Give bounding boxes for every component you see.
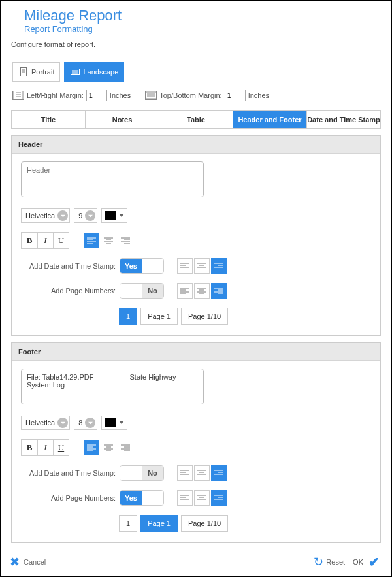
tab-datetime[interactable]: Date and Time Stamp xyxy=(307,111,380,128)
align-left-button[interactable] xyxy=(84,440,99,455)
toggle-no: No xyxy=(142,466,163,480)
pos-right-button[interactable] xyxy=(211,258,227,274)
portrait-button[interactable]: Portrait xyxy=(12,62,60,82)
header-color-dropdown[interactable] xyxy=(101,208,127,223)
svg-rect-8 xyxy=(13,91,24,100)
header-pages-pos xyxy=(177,283,227,299)
lr-margin-label: Left/Right Margin: xyxy=(27,91,84,99)
divider xyxy=(24,54,382,54)
underline-button[interactable]: U xyxy=(53,233,69,248)
tb-margin-label: Top/Bottom Margin: xyxy=(159,91,221,99)
lr-margin-input[interactable] xyxy=(86,90,107,101)
pos-center-button[interactable] xyxy=(194,283,210,299)
caret-down-icon xyxy=(119,421,124,425)
header-date-pos xyxy=(177,258,227,274)
reset-button[interactable]: Reset xyxy=(326,558,345,566)
tb-margin-input[interactable] xyxy=(225,90,246,101)
tab-bar: Title Notes Table Header and Footer Date… xyxy=(11,110,381,129)
pos-right-button[interactable] xyxy=(211,465,227,481)
header-pages-toggle[interactable]: No xyxy=(120,283,164,299)
footer-size-dropdown[interactable]: 8 xyxy=(74,416,97,430)
page-fmt-page1[interactable]: Page 1 xyxy=(140,515,178,532)
pos-left-button[interactable] xyxy=(177,283,193,299)
cancel-button[interactable]: Cancel xyxy=(24,558,46,566)
italic-button[interactable]: I xyxy=(37,440,53,455)
footer-section-title: Footer xyxy=(12,343,380,361)
align-center-button[interactable] xyxy=(101,233,116,248)
page-fmt-page1of10[interactable]: Page 1/10 xyxy=(181,308,228,325)
footer-date-pos xyxy=(177,465,227,481)
align-right-button[interactable] xyxy=(118,440,133,455)
pos-right-button[interactable] xyxy=(211,490,227,506)
tab-table[interactable]: Table xyxy=(159,111,233,128)
header-page-format: 1 Page 1 Page 1/10 xyxy=(119,308,371,325)
check-icon[interactable]: ✔ xyxy=(368,554,380,570)
header-biu-group: B I U xyxy=(21,232,69,249)
page-fmt-page1[interactable]: Page 1 xyxy=(140,308,178,325)
lr-margin-unit: Inches xyxy=(110,91,131,99)
toggle-yes: Yes xyxy=(120,491,142,505)
align-center-button[interactable] xyxy=(101,440,116,455)
underline-button[interactable]: U xyxy=(53,440,69,455)
chevron-down-icon xyxy=(57,418,68,428)
footer-page-format: 1 Page 1 Page 1/10 xyxy=(119,515,371,532)
footer-font-label: Helvetica xyxy=(25,419,55,427)
footer-pages-label: Add Page Numbers: xyxy=(21,494,116,502)
page-fmt-1[interactable]: 1 xyxy=(119,515,137,532)
header-size-label: 9 xyxy=(78,212,82,220)
header-textarea[interactable] xyxy=(21,161,204,197)
tb-margin-unit: Inches xyxy=(248,91,269,99)
orientation-group: Portrait Landscape xyxy=(1,62,391,90)
portrait-label: Portrait xyxy=(31,68,54,76)
ok-button[interactable]: OK xyxy=(353,558,363,566)
footer-textarea[interactable] xyxy=(21,369,204,404)
header-section-title: Header xyxy=(12,136,380,154)
header-font-dropdown[interactable]: Helvetica xyxy=(21,208,70,223)
chevron-down-icon xyxy=(57,210,68,221)
footer-section: Footer Helvetica 8 B I U xyxy=(11,342,381,543)
pos-center-button[interactable] xyxy=(194,258,210,274)
footer-biu-group: B I U xyxy=(21,439,69,456)
header-font-label: Helvetica xyxy=(25,212,55,220)
tb-margin-icon xyxy=(145,91,157,100)
footer-date-toggle[interactable]: No xyxy=(120,465,164,481)
footer-text-align xyxy=(84,440,133,455)
toggle-off xyxy=(142,491,163,505)
pos-right-button[interactable] xyxy=(211,283,227,299)
close-icon[interactable]: ✖ xyxy=(10,555,20,569)
pos-center-button[interactable] xyxy=(194,490,210,506)
header-pages-label: Add Page Numbers: xyxy=(21,287,116,295)
toggle-on xyxy=(120,284,142,298)
footer-pages-pos xyxy=(177,490,227,506)
footer-date-label: Add Date and Time Stamp: xyxy=(21,469,116,477)
landscape-button[interactable]: Landscape xyxy=(64,62,124,82)
italic-button[interactable]: I xyxy=(37,233,53,248)
header-date-label: Add Date and Time Stamp: xyxy=(21,262,116,270)
page-fmt-1[interactable]: 1 xyxy=(119,308,137,325)
bold-button[interactable]: B xyxy=(22,233,37,248)
align-right-button[interactable] xyxy=(118,233,133,248)
pos-left-button[interactable] xyxy=(177,258,193,274)
color-swatch xyxy=(105,418,116,427)
footer-font-dropdown[interactable]: Helvetica xyxy=(21,416,70,430)
margins-row: Left/Right Margin: Inches Top/Bottom Mar… xyxy=(1,90,391,110)
pos-left-button[interactable] xyxy=(177,490,193,506)
align-left-button[interactable] xyxy=(84,233,99,248)
tab-title[interactable]: Title xyxy=(12,111,86,128)
bold-button[interactable]: B xyxy=(22,440,37,455)
footer-color-dropdown[interactable] xyxy=(101,416,127,430)
header-size-dropdown[interactable]: 9 xyxy=(74,208,97,223)
tab-notes[interactable]: Notes xyxy=(86,111,159,128)
pos-center-button[interactable] xyxy=(194,465,210,481)
page-fmt-page1of10[interactable]: Page 1/10 xyxy=(181,515,228,532)
color-swatch xyxy=(105,211,116,220)
tab-header-footer[interactable]: Header and Footer xyxy=(233,111,307,128)
pos-left-button[interactable] xyxy=(177,465,193,481)
toggle-yes: Yes xyxy=(120,259,142,273)
toggle-off xyxy=(142,259,163,273)
chevron-down-icon xyxy=(85,210,95,221)
reset-icon[interactable]: ↻ xyxy=(314,555,323,569)
description-text: Configure format of report. xyxy=(1,38,391,54)
footer-pages-toggle[interactable]: Yes xyxy=(120,490,164,506)
header-date-toggle[interactable]: Yes xyxy=(120,258,164,274)
